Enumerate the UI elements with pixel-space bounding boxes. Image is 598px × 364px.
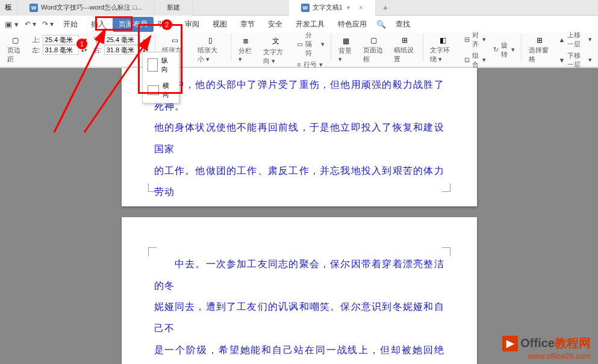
align-button[interactable]: ⊟ 对齐 ▾ bbox=[464, 31, 486, 49]
background-button[interactable]: ▦ 背景 ▾ bbox=[334, 34, 358, 66]
menu-section[interactable]: 章节 bbox=[234, 17, 261, 32]
background-icon: ▦ bbox=[338, 36, 353, 45]
layer-group: ▲ 上移一层 ▾ ▼ 下移一层 ▾ bbox=[555, 34, 596, 66]
svg-line-1 bbox=[84, 36, 151, 132]
page-text[interactable]: 中去。一次参加工友同志的聚会，保尔因带着穿着漂亮整洁的冬 妮娅同去，遭到了工友们… bbox=[154, 253, 444, 364]
page-margin-button[interactable]: ▢ 页边距 bbox=[2, 34, 28, 66]
word-icon: W bbox=[30, 4, 38, 12]
watermark-brand2: 教程网 bbox=[555, 336, 591, 350]
break-button[interactable]: ▭ 分隔符 ▾ bbox=[297, 31, 325, 58]
break-group: ▭ 分隔符 ▾ ≡ 行号 ▾ bbox=[293, 34, 328, 66]
tab-wordtips[interactable]: W Word文字技巧---word怎么标注 □... bbox=[17, 0, 155, 16]
rotate-group: ↻ 旋转 ▾ bbox=[490, 34, 519, 66]
watermark-brand1: Office bbox=[520, 336, 555, 350]
menu-review[interactable]: 审阅 bbox=[179, 17, 205, 32]
search-icon[interactable]: 🔍 bbox=[374, 19, 388, 30]
group-button[interactable]: ⊡ 组合 ▾ bbox=[464, 51, 486, 69]
menu-security[interactable]: 安全 bbox=[262, 17, 288, 32]
office-logo-icon: ▶ bbox=[502, 336, 518, 351]
text-direction-button[interactable]: 文 文字方向 ▾ bbox=[258, 34, 294, 66]
document-tabs-bar: 板 W Word文字技巧---word怎么标注 □... 新建 W 文字文稿1 … bbox=[0, 0, 598, 16]
page-corner bbox=[148, 184, 157, 192]
up-layer-button[interactable]: ▲ 上移一层 ▾ bbox=[559, 31, 592, 49]
close-icon[interactable]: × bbox=[359, 4, 363, 12]
word-icon: W bbox=[301, 4, 310, 12]
orientation-icon: ▭ bbox=[168, 36, 182, 45]
dropdown-caret[interactable]: ▼ bbox=[346, 5, 351, 11]
clipboard-icon[interactable]: ▣ ▾ bbox=[2, 19, 21, 30]
tab-label: 新建 bbox=[167, 3, 180, 12]
text-wrap-button[interactable]: ◧ 文字环绕 ▾ bbox=[425, 34, 461, 66]
paper-setting-icon: ⊞ bbox=[397, 36, 412, 45]
page-margin-icon: ▢ bbox=[8, 36, 22, 45]
select-pane-icon: ⊞ bbox=[532, 36, 547, 45]
page-corner bbox=[442, 247, 450, 256]
columns-button[interactable]: ≣ 分栏 ▾ bbox=[234, 34, 258, 66]
columns-icon: ≣ bbox=[238, 36, 253, 45]
watermark: ▶ Office教程网 www.office26.com bbox=[502, 335, 591, 360]
tab-active-doc[interactable]: W 文字文稿1 ▼ × bbox=[289, 0, 376, 16]
watermark-url: www.office26.com bbox=[502, 351, 591, 360]
page-text[interactable]: 激战中，他的头部中了弹片受了重伤，但他用顽强的毅力战胜了死神。 他的身体状况使他… bbox=[154, 74, 444, 203]
page-corner bbox=[148, 247, 157, 256]
annotation-badge-1: 1 bbox=[76, 39, 87, 49]
text-dir-icon: 文 bbox=[269, 36, 283, 46]
page-corner bbox=[442, 184, 450, 192]
annotation-arrow-2 bbox=[78, 24, 169, 144]
rotate-button[interactable]: ↻ 旋转 ▾ bbox=[493, 41, 515, 59]
tab-new[interactable]: 新建 bbox=[155, 0, 193, 16]
page-2: 中去。一次参加工友同志的聚会，保尔因带着穿着漂亮整洁的冬 妮娅同去，遭到了工友们… bbox=[122, 217, 477, 364]
menu-find[interactable]: 查找 bbox=[390, 17, 416, 32]
down-layer-button[interactable]: ▼ 下移一层 ▾ bbox=[559, 51, 592, 69]
menu-view[interactable]: 视图 bbox=[207, 17, 233, 32]
menu-dev[interactable]: 开发工具 bbox=[290, 17, 331, 32]
align-group: ⊟ 对齐 ▾ ⊡ 组合 ▾ bbox=[461, 34, 490, 66]
page-border-button[interactable]: ▢ 页面边框 bbox=[358, 34, 389, 66]
annotation-badge-2: 2 bbox=[161, 19, 172, 30]
leftmost-tab[interactable]: 板 bbox=[0, 0, 17, 16]
select-pane-button[interactable]: ⊞ 选择窗格 bbox=[524, 34, 555, 66]
border-icon: ▢ bbox=[366, 36, 381, 45]
paper-size-button[interactable]: ▯ 纸张大小 ▾ bbox=[193, 34, 228, 66]
tab-label: 文字文稿1 bbox=[313, 3, 343, 12]
wrap-icon: ◧ bbox=[436, 36, 450, 45]
size-icon: ▯ bbox=[203, 36, 217, 45]
tab-label: Word文字技巧---word怎么标注 □... bbox=[41, 3, 142, 12]
paper-setting-button[interactable]: ⊞ 稿纸设置 bbox=[389, 34, 420, 66]
menu-special[interactable]: 特色应用 bbox=[332, 17, 373, 32]
add-tab-button[interactable]: + bbox=[376, 1, 395, 15]
